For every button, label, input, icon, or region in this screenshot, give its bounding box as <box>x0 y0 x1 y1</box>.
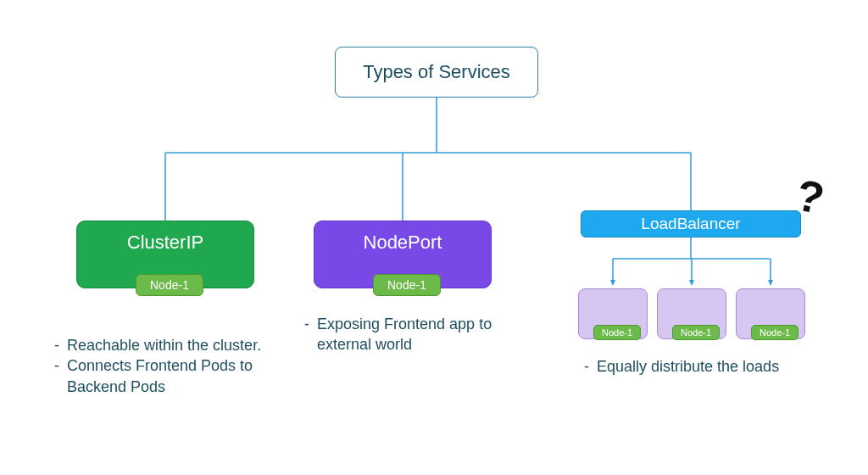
node-port-label: NodePort <box>364 232 442 254</box>
load-balancer-node: LoadBalancer <box>581 210 801 238</box>
desc-text: Equally distribute the loads <box>597 356 779 377</box>
desc-text: Reachable within the cluster. <box>67 335 261 355</box>
node-port-description: -Exposing Frontend app to external world <box>297 314 517 355</box>
load-balancer-label: LoadBalancer <box>641 215 740 233</box>
root-node: Types of Services <box>335 47 538 98</box>
load-balancer-description: -Equally distribute the loads <box>576 356 831 377</box>
root-label: Types of Services <box>363 61 510 83</box>
question-mark-icon: ? <box>792 169 829 224</box>
node-port-badge: Node-1 <box>373 274 441 296</box>
lb-subnode-3-badge: Node-1 <box>751 325 798 340</box>
desc-text: Exposing Frontend app to external world <box>317 314 517 355</box>
lb-subnode-2-badge: Node-1 <box>672 325 720 340</box>
cluster-ip-label: ClusterIP <box>127 232 203 254</box>
cluster-ip-badge: Node-1 <box>136 274 203 296</box>
cluster-ip-description: -Reachable within the cluster. -Connects… <box>47 335 284 397</box>
desc-text: Connects Frontend Pods to Backend Pods <box>67 355 284 397</box>
lb-subnode-1-badge: Node-1 <box>593 325 641 340</box>
